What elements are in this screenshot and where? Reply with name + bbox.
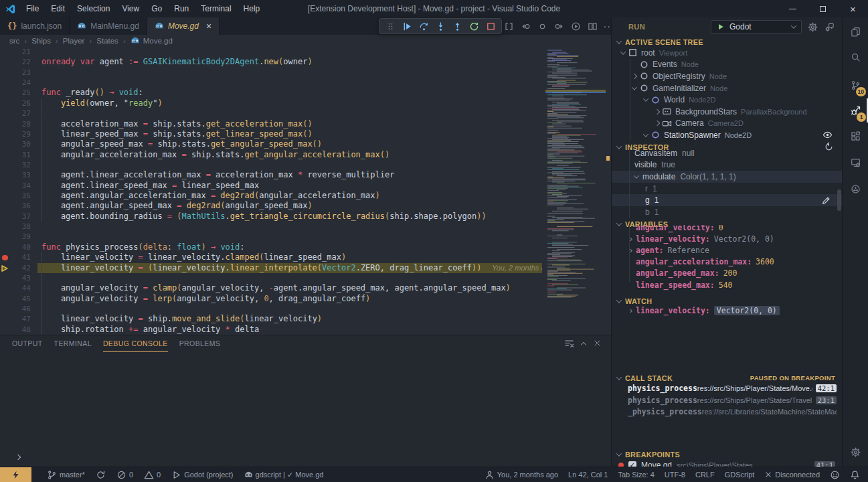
minimize-button[interactable]: [778, 0, 808, 17]
status-feedback[interactable]: [830, 470, 840, 480]
close-panel-button[interactable]: [593, 339, 602, 349]
maximize-panel-button[interactable]: [582, 339, 586, 349]
code-line[interactable]: 35 agent.angular_acceleration_max = deg2…: [0, 191, 611, 201]
scene-node-World[interactable]: WorldNode2D: [612, 94, 842, 106]
activity-extensions-button[interactable]: [843, 123, 868, 149]
stop-button[interactable]: [483, 19, 498, 33]
scene-node-Events[interactable]: EventsNode: [612, 59, 842, 71]
code-line[interactable]: 40func physics_process(delta: float) → v…: [0, 242, 611, 252]
inspector-row-g[interactable]: g1: [612, 194, 842, 206]
close-tab-icon[interactable]: ×: [206, 21, 211, 31]
scene-node-root[interactable]: rootViewport: [612, 47, 842, 59]
side-panel-scrollbar[interactable]: [837, 189, 841, 211]
code-line[interactable]: 32: [0, 160, 611, 170]
breakpoint-dot[interactable]: [2, 255, 8, 261]
drag-grip-button[interactable]: [383, 19, 398, 33]
scene-node-BackgroundStars[interactable]: BackgroundStarsParallaxBackground: [612, 106, 842, 118]
variable-angular_velocity[interactable]: angular_velocity:0: [612, 225, 842, 233]
inspector-row-r[interactable]: r1: [612, 183, 842, 195]
status-notifications[interactable]: [850, 470, 860, 480]
status-eol[interactable]: CRLF: [695, 471, 715, 479]
status-indentation[interactable]: Tab Size: 4: [618, 471, 654, 479]
step-out-button[interactable]: [450, 19, 464, 33]
status-errors[interactable]: 0: [116, 470, 133, 480]
expand-icon[interactable]: ›: [626, 245, 636, 255]
restart-button[interactable]: [466, 19, 481, 33]
menu-go[interactable]: Go: [145, 0, 168, 17]
status-git-branch[interactable]: master*: [47, 470, 85, 480]
tree-twistie[interactable]: [630, 86, 639, 90]
status-cursor-position[interactable]: Ln 42, Col 1: [568, 471, 608, 479]
stack-frame[interactable]: physics_processres://src/Ships/Player/St…: [612, 394, 842, 406]
run-circle-button[interactable]: [569, 19, 582, 33]
tree-twistie[interactable]: [641, 133, 650, 137]
code-line[interactable]: 31 angular_acceleration_max = ship.stats…: [0, 150, 611, 160]
minimap[interactable]: [545, 47, 606, 303]
menu-edit[interactable]: Edit: [45, 0, 71, 17]
debug-settings-icon[interactable]: [808, 22, 818, 32]
activity-manage-button[interactable]: [843, 439, 868, 465]
code-line[interactable]: 47 linear_velocity = ship.move_and_slide…: [0, 314, 611, 324]
code-line[interactable]: 28 acceleration_max = ship.stats.get_acc…: [0, 119, 611, 129]
continue-button[interactable]: [400, 19, 414, 33]
scene-node-GameInitializer[interactable]: GameInitializerNode: [612, 82, 842, 94]
menu-terminal[interactable]: Terminal: [195, 0, 237, 17]
scene-node-ObjectRegistry[interactable]: ObjectRegistryNode: [612, 70, 842, 82]
code-line[interactable]: 44 angular_velocity = clamp(angular_velo…: [0, 283, 611, 293]
status-remote-indicator[interactable]: [0, 467, 31, 482]
reveal-node-icon[interactable]: [822, 130, 833, 140]
debug-console-input[interactable]: [16, 452, 20, 461]
stack-frame[interactable]: physics_processres://src/Ships/Player/St…: [612, 382, 842, 394]
close-window-button[interactable]: ×: [838, 0, 868, 17]
code-line[interactable]: 36 agent.angular_speed_max = deg2rad(ang…: [0, 201, 611, 211]
record-button[interactable]: [535, 19, 549, 33]
code-line[interactable]: 23: [0, 68, 611, 78]
watch-linear_velocity[interactable]: ›linear_velocity:Vector2(0, 0): [612, 305, 842, 316]
variable-linear_velocity[interactable]: ›linear_velocity:Vector2(0, 0): [612, 233, 842, 244]
maximize-button[interactable]: [808, 0, 838, 17]
section-active-scene-tree[interactable]: ACTIVE SCENE TREE: [612, 36, 842, 48]
scene-node-Camera[interactable]: CameraCamera2D: [612, 118, 842, 130]
tree-twistie[interactable]: [641, 98, 650, 102]
step-into-button[interactable]: [433, 19, 448, 33]
status-language-mode[interactable]: GDScript: [725, 471, 755, 479]
code-line[interactable]: 43: [0, 273, 611, 283]
breadcrumb-item[interactable]: src: [9, 37, 19, 45]
activity-search-button[interactable]: [843, 44, 868, 70]
brackets-button[interactable]: [502, 19, 515, 33]
launch-config-select[interactable]: Godot: [711, 20, 802, 33]
code-line[interactable]: 39: [0, 232, 611, 242]
status-language-status[interactable]: gdscript | ✓ Move.gd: [244, 471, 324, 479]
tab-Move.gd[interactable]: Move.gd×: [147, 17, 220, 35]
code-line[interactable]: 33 agent.linear_acceleration_max = accel…: [0, 170, 611, 180]
inspector-row-visible[interactable]: visibletrue: [612, 159, 842, 171]
code-line[interactable]: 45 angular_velocity = lerp(angular_veloc…: [0, 294, 611, 304]
panel-tab-debug-console[interactable]: DEBUG CONSOLE: [103, 336, 168, 352]
code-line[interactable]: 34 agent.linear_speed_max = linear_speed…: [0, 181, 611, 191]
section-breakpoints[interactable]: BREAKPOINTS: [612, 449, 842, 460]
inspector-row-b[interactable]: b1: [612, 206, 842, 218]
tab-launch.json[interactable]: {}launch.json: [0, 17, 70, 35]
menu-view[interactable]: View: [116, 0, 145, 17]
code-line[interactable]: 26 yield(owner, "ready"): [0, 98, 611, 108]
tree-twistie[interactable]: [618, 51, 628, 55]
panel-tab-output[interactable]: OUTPUT: [12, 336, 43, 352]
activity-run-and-debug-button[interactable]: 1: [843, 98, 868, 123]
tab-MainMenu.gd[interactable]: MainMenu.gd: [70, 17, 147, 35]
code-line[interactable]: 42 linear_velocity = (linear_velocity.li…: [0, 263, 611, 273]
step-over-button[interactable]: [416, 19, 431, 33]
inspector-row-CanvasItem[interactable]: CanvasItemnull: [612, 147, 842, 159]
code-line[interactable]: 29 linear_speed_max = ship.stats.get_lin…: [0, 129, 611, 139]
status-encoding[interactable]: UTF-8: [665, 471, 685, 479]
code-line[interactable]: 46: [0, 304, 611, 314]
breakpoint-entry[interactable]: ✓Move.gdsrc\Ships\Player\States41:1: [612, 459, 842, 467]
reverse-continue-button[interactable]: [519, 19, 532, 33]
continue-alt-button[interactable]: [552, 19, 566, 33]
panel-tab-terminal[interactable]: TERMINAL: [54, 336, 92, 352]
status-run-task[interactable]: Godot (project): [171, 470, 233, 480]
code-line[interactable]: 30 angular_speed_max = ship.stats.get_an…: [0, 139, 611, 149]
code-line[interactable]: 25func _ready() → void:: [0, 88, 611, 98]
breadcrumb-item[interactable]: States: [96, 37, 118, 45]
variable-angular_speed_max[interactable]: angular_speed_max:200: [612, 268, 842, 279]
activity-explorer-button[interactable]: [843, 19, 868, 44]
